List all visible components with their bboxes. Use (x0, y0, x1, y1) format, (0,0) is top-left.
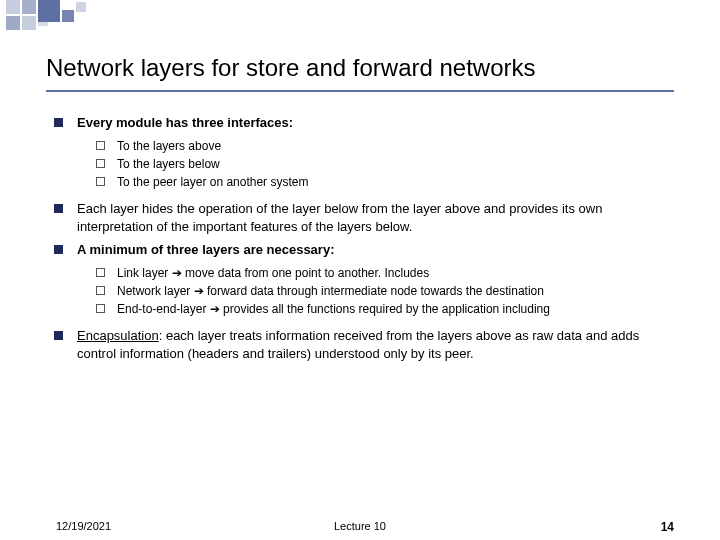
sub-bullet-text: Link layer ➔ move data from one point to… (117, 265, 674, 281)
bullet-item: Every module has three interfaces: (46, 114, 674, 132)
square-bullet-icon (54, 331, 63, 340)
bullet-item: Each layer hides the operation of the la… (46, 200, 674, 235)
bullet-text: Every module has three interfaces: (77, 114, 674, 132)
sub-bullet-text: Network layer ➔ forward data through int… (117, 283, 674, 299)
sub-bullet-item: To the peer layer on another system (46, 174, 674, 190)
bullet-text: A minimum of three layers are necessary: (77, 241, 674, 259)
arrow-icon: ➔ (172, 266, 182, 280)
slide-content: Every module has three interfaces: To th… (46, 114, 674, 362)
hollow-square-icon (96, 159, 105, 168)
corner-decoration (0, 0, 120, 40)
hollow-square-icon (96, 304, 105, 313)
bullet-text: Encapsulation: each layer treats informa… (77, 327, 674, 362)
square-bullet-icon (54, 245, 63, 254)
square-bullet-icon (54, 204, 63, 213)
footer-lecture: Lecture 10 (0, 520, 720, 532)
sub-bullet-text: To the layers above (117, 138, 674, 154)
bullet-item: A minimum of three layers are necessary: (46, 241, 674, 259)
arrow-icon: ➔ (194, 284, 204, 298)
footer-page-number: 14 (661, 520, 674, 534)
sub-bullet-item: Network layer ➔ forward data through int… (46, 283, 674, 299)
arrow-icon: ➔ (210, 302, 220, 316)
slide-title: Network layers for store and forward net… (46, 54, 674, 92)
hollow-square-icon (96, 268, 105, 277)
hollow-square-icon (96, 141, 105, 150)
sub-bullet-item: To the layers above (46, 138, 674, 154)
sub-bullet-item: To the layers below (46, 156, 674, 172)
sub-bullet-text: To the peer layer on another system (117, 174, 674, 190)
sub-bullet-item: End-to-end-layer ➔ provides all the func… (46, 301, 674, 317)
hollow-square-icon (96, 177, 105, 186)
sub-bullet-text: To the layers below (117, 156, 674, 172)
sub-bullet-item: Link layer ➔ move data from one point to… (46, 265, 674, 281)
square-bullet-icon (54, 118, 63, 127)
sub-bullet-text: End-to-end-layer ➔ provides all the func… (117, 301, 674, 317)
hollow-square-icon (96, 286, 105, 295)
bullet-text: Each layer hides the operation of the la… (77, 200, 674, 235)
bullet-item: Encapsulation: each layer treats informa… (46, 327, 674, 362)
